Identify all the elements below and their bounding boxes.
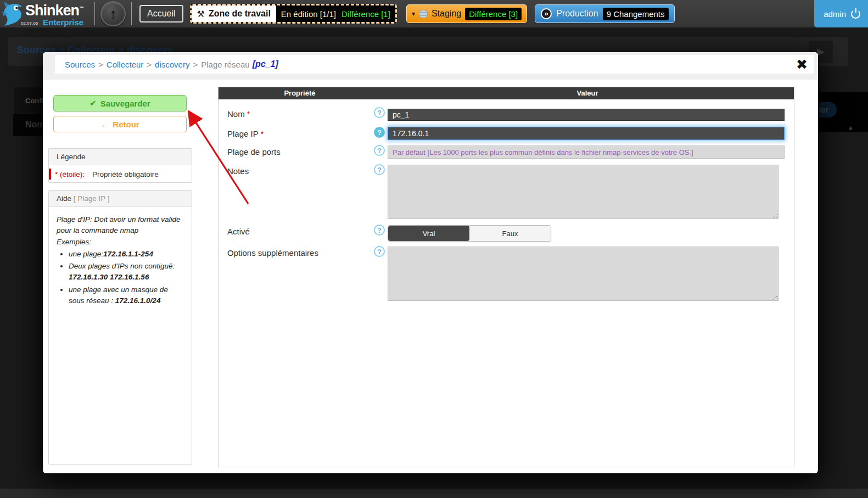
help-context: [ Plage IP ] [74,194,110,203]
field-label-plage-ip: Plage IP* [227,129,264,138]
breadcrumb-link-collecteur[interactable]: Collecteur [107,60,144,69]
help-icon[interactable]: ? [374,225,385,236]
notes-textarea[interactable] [388,165,779,219]
back-button[interactable]: ← Retour [53,116,187,132]
production-label: Production [556,9,598,19]
workzone-label: Zone de travail [209,9,271,19]
username: admin [824,9,846,19]
plage-ports-input[interactable] [388,146,785,159]
field-label-active: Activé [227,227,250,236]
property-column-header: Propriété [219,87,381,99]
legend-box: Légende * (étoile): Propriété obligatoir… [48,148,192,183]
breadcrumb-object-name: [pc_1] [253,59,278,69]
shinken-logo: Shinken™ 02.07.06 Enterprise [0,0,92,27]
brand-name: Shinken™ [25,2,83,19]
help-example: une plage avec un masque de sous réseau … [69,284,184,307]
save-button[interactable]: ✔ Sauvegarder [53,95,187,111]
scroll-top-button[interactable]: ↑ [100,1,126,26]
brand-version: 02.07.06 [21,21,38,26]
help-example: Deux plages d'IPs non contiguë: 172.16.1… [69,261,184,283]
nom-input[interactable] [388,109,785,121]
help-icon[interactable]: ? [374,164,385,175]
back-arrow-icon: ← [100,120,109,129]
edition-badge: En édition [1/1] [281,9,336,19]
modal-header: Sources > Collecteur > discovery > Plage… [43,52,818,80]
plage-ip-input[interactable] [388,127,785,140]
deploy-arrow-icon: » [541,8,552,19]
workzone-badges: En édition [1/1] Différence [1] [276,5,395,22]
toggle-option-vrai[interactable]: Vrai [388,226,469,241]
tools-icon: ⚒ [197,9,205,19]
form-table-header: Propriété Valeur [219,87,794,99]
help-examples-list: une plage:172.16.1.1-254 Deux plages d'I… [69,249,184,306]
user-menu[interactable]: admin [814,0,868,27]
legend-description: Propriété obligatoire [92,170,159,178]
edit-network-range-modal: Sources > Collecteur > discovery > Plage… [43,52,818,473]
breadcrumb-separator: > [147,60,152,69]
active-toggle: Vrai Faux [388,225,551,242]
help-examples-label: Exemples: [57,237,184,248]
legend-row: * (étoile): Propriété obligatoire [49,165,192,183]
required-star: * [261,130,264,138]
field-label-options: Options supplémentaires [227,248,318,258]
breadcrumb: Sources > Collecteur > discovery > Plage… [55,55,814,74]
legend-star: * (étoile): [55,170,85,178]
options-textarea[interactable] [388,247,779,301]
help-icon[interactable]: ? [374,145,385,156]
help-content: Plage d'IP: Doit avoir un format valide … [49,207,192,315]
breadcrumb-link-sources[interactable]: Sources [65,60,95,69]
changes-badge: 9 Changements [603,8,669,20]
required-star: * [247,110,250,119]
help-title-label: Aide [57,194,71,203]
caret-down-icon: ▾ [412,10,415,17]
staging-difference-badge: Différence [3] [465,8,522,20]
trademark: ™ [79,5,83,11]
difference-badge: Différence [1] [341,9,390,19]
staging-label: Staging [432,9,461,19]
breadcrumb-separator: > [98,60,103,69]
workzone-button[interactable]: ⚒ Zone de travail En édition [1/1] Diffé… [190,4,397,24]
legend-title: Légende [49,149,192,165]
value-column-header: Valeur [381,87,794,99]
toggle-option-faux[interactable]: Faux [469,226,551,241]
save-button-label: Sauvegarder [100,99,150,108]
brand-edition: Enterprise [43,18,83,27]
divider [94,2,95,25]
breadcrumb-current: Plage réseau [201,60,249,69]
check-icon: ✔ [89,98,97,108]
field-label-plage-ports: Plage de ports [227,147,281,156]
workzone-label-section: ⚒ Zone de travail [192,5,276,22]
field-label-notes: Notes [227,166,249,176]
help-example: une plage:172.16.1.1-254 [69,249,184,260]
power-icon [851,9,860,19]
help-icon-active[interactable]: ? [374,127,385,138]
help-box: Aide [ Plage IP ] Plage d'IP: Doit avoir… [48,190,192,465]
help-icon[interactable]: ? [374,246,385,257]
breadcrumb-separator: > [193,60,198,69]
close-icon[interactable]: ✖ [796,55,808,74]
up-arrow-icon: ↑ [110,7,117,21]
breadcrumb-link-discovery[interactable]: discovery [155,60,189,69]
top-toolbar: Shinken™ 02.07.06 Enterprise ↑ Accueil ⚒… [0,0,868,27]
staging-button[interactable]: ▾ Staging Différence [3] [406,4,527,23]
required-marker-bar [49,169,51,180]
help-intro: Plage d'IP: Doit avoir un format valide … [57,214,184,237]
help-icon[interactable]: ? [374,107,385,118]
properties-form: Propriété Valeur Nom* ? Plage IP* ? Plag… [218,87,794,467]
production-button[interactable]: » Production 9 Changements [535,4,674,23]
field-label-nom: Nom* [227,109,250,119]
help-title: Aide [ Plage IP ] [49,191,192,207]
home-button[interactable]: Accueil [139,5,183,23]
database-icon [419,10,428,18]
back-button-label: Retour [113,120,139,129]
divider [131,2,132,25]
